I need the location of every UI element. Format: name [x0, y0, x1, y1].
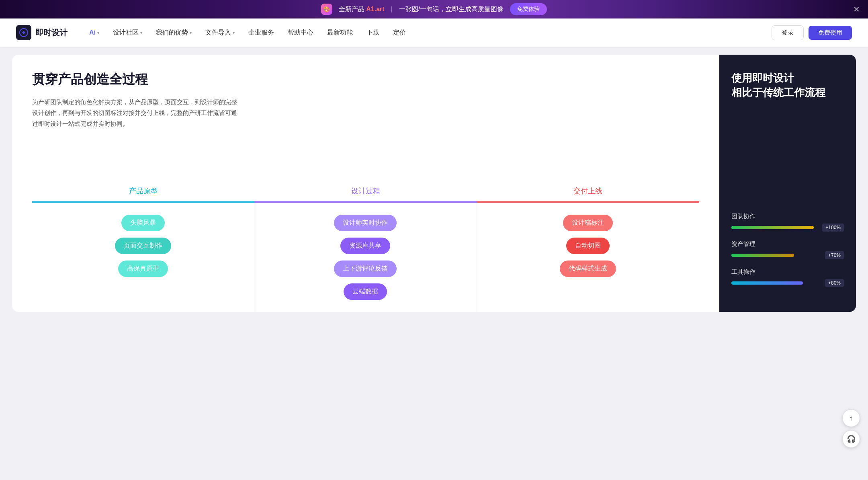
- banner-subtext: 一张图/一句话，立即生成高质量图像: [399, 5, 504, 14]
- login-button[interactable]: 登录: [772, 25, 804, 40]
- stat-bar-tool: [731, 281, 821, 285]
- tab-design[interactable]: 设计过程: [254, 181, 477, 203]
- tag-codegen: 代码样式生成: [560, 261, 616, 277]
- nav-item-pricing[interactable]: 定价: [387, 25, 411, 40]
- nav-item-import[interactable]: 文件导入 ▾: [200, 25, 240, 40]
- stat-badge-tool: +80%: [825, 279, 844, 287]
- chevron-down-icon: ▾: [97, 31, 99, 35]
- tabs-section: 产品原型 设计过程 交付上线 头脑风暴 页面交互制作 高保真原型: [32, 181, 699, 312]
- banner-cta-button[interactable]: 免费体验: [510, 3, 547, 15]
- nav-item-ai[interactable]: Ai ▾: [84, 26, 105, 39]
- banner-prefix: 全新产品 A1.art: [339, 5, 385, 14]
- tag-cloud: 云端数据: [344, 283, 387, 300]
- stat-badge-asset: +70%: [825, 251, 844, 259]
- hero-description: 为产研团队制定的角色化解决方案，从产品原型，页面交互，到设计师的完整设计创作，再…: [32, 96, 241, 129]
- tabs-header: 产品原型 设计过程 交付上线: [32, 181, 699, 203]
- right-panel-title: 使用即时设计相比于传统工作流程: [731, 71, 844, 100]
- stat-asset-mgmt: 资产管理 +70%: [731, 240, 844, 259]
- banner-icon: 🎨: [321, 4, 332, 15]
- feature-col-design: 设计师实时协作 资源库共享 上下游评论反馈 云端数据: [254, 203, 477, 312]
- nav-items: Ai ▾ 设计社区 ▾ 我们的优势 ▾ 文件导入 ▾ 企业服务 帮助中心 最新功…: [84, 25, 772, 40]
- features-grid: 头脑风暴 页面交互制作 高保真原型 设计师实时协作 资源库共享 上下游评论反馈 …: [32, 203, 699, 312]
- chevron-down-icon: ▾: [233, 31, 235, 35]
- feature-col-prototype: 头脑风暴 页面交互制作 高保真原型: [32, 203, 254, 312]
- nav-item-advantage[interactable]: 我们的优势 ▾: [150, 25, 197, 40]
- logo-area[interactable]: 即时设计: [16, 25, 68, 40]
- tag-resource: 资源库共享: [340, 238, 390, 254]
- tag-hifi: 高保真原型: [118, 261, 168, 277]
- nav-item-features[interactable]: 最新功能: [321, 25, 358, 40]
- chevron-down-icon: ▾: [140, 31, 142, 35]
- tag-interaction: 页面交互制作: [115, 238, 171, 254]
- nav-item-community[interactable]: 设计社区 ▾: [107, 25, 148, 40]
- banner-divider: |: [391, 6, 393, 13]
- hero-title: 贯穿产品创造全过程: [32, 71, 699, 88]
- tag-brainstorm: 头脑风暴: [121, 215, 165, 231]
- stat-bar-wrap-team: +100%: [731, 224, 844, 232]
- stats-section: 团队协作 +100% 资产管理 +70%: [731, 213, 844, 296]
- tab-prototype[interactable]: 产品原型: [32, 181, 254, 203]
- stat-label-tool: 工具操作: [731, 268, 844, 276]
- free-use-button[interactable]: 免费使用: [809, 26, 852, 40]
- nav-item-download[interactable]: 下载: [361, 25, 385, 40]
- banner-highlight: A1.art: [366, 6, 384, 12]
- stat-bar-asset: [731, 254, 821, 257]
- stat-tool-ops: 工具操作 +80%: [731, 268, 844, 287]
- banner-close-button[interactable]: ✕: [853, 4, 860, 14]
- nav-item-help[interactable]: 帮助中心: [282, 25, 319, 40]
- stat-bar-team: [731, 226, 818, 229]
- stat-team-collab: 团队协作 +100%: [731, 213, 844, 232]
- stat-badge-team: +100%: [822, 224, 844, 232]
- logo-text: 即时设计: [35, 27, 68, 38]
- tag-collab: 设计师实时协作: [334, 215, 397, 231]
- tag-slice: 自动切图: [566, 238, 610, 254]
- nav-right: 登录 免费使用: [772, 25, 852, 40]
- tag-annotation: 设计稿标注: [563, 215, 613, 231]
- nav-item-enterprise[interactable]: 企业服务: [243, 25, 280, 40]
- chevron-down-icon: ▾: [190, 31, 192, 35]
- tab-delivery[interactable]: 交付上线: [477, 181, 699, 203]
- right-panel: 使用即时设计相比于传统工作流程 团队协作 +100% 资产管理: [719, 55, 856, 312]
- top-banner: 🎨 全新产品 A1.art | 一张图/一句话，立即生成高质量图像 免费体验 ✕: [0, 0, 868, 18]
- stat-label-asset: 资产管理: [731, 240, 844, 248]
- stat-label-team: 团队协作: [731, 213, 844, 220]
- main-content: 贯穿产品创造全过程 为产研团队制定的角色化解决方案，从产品原型，页面交互，到设计…: [12, 55, 856, 312]
- stat-bar-wrap-tool: +80%: [731, 279, 844, 287]
- stat-bar-wrap-asset: +70%: [731, 251, 844, 259]
- navbar: 即时设计 Ai ▾ 设计社区 ▾ 我们的优势 ▾ 文件导入 ▾ 企业服务 帮助中…: [0, 18, 868, 47]
- logo-icon: [16, 25, 31, 40]
- tag-feedback: 上下游评论反馈: [334, 261, 397, 277]
- feature-col-delivery: 设计稿标注 自动切图 代码样式生成: [477, 203, 699, 312]
- left-panel: 贯穿产品创造全过程 为产研团队制定的角色化解决方案，从产品原型，页面交互，到设计…: [12, 55, 719, 312]
